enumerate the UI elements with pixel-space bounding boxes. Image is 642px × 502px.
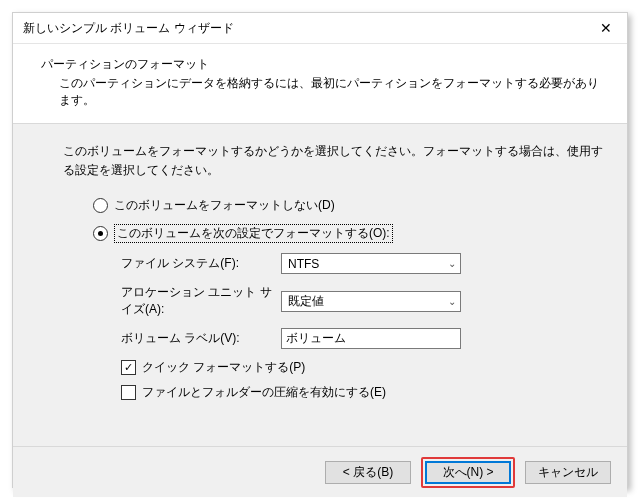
back-button-label: < 戻る(B) xyxy=(343,464,393,481)
filesystem-dropdown[interactable]: NTFS ⌄ xyxy=(281,253,461,274)
option-format-with-settings[interactable]: このボリュームを次の設定でフォーマットする(O): xyxy=(93,224,603,243)
format-settings: ファイル システム(F): NTFS ⌄ アロケーション ユニット サイズ(A)… xyxy=(121,253,603,349)
wizard-window: 新しいシンプル ボリューム ウィザード ✕ パーティションのフォーマット このパ… xyxy=(12,12,628,488)
row-filesystem: ファイル システム(F): NTFS ⌄ xyxy=(121,253,603,274)
next-button[interactable]: 次へ(N) > xyxy=(425,461,511,484)
checkbox-icon xyxy=(121,360,136,375)
back-button[interactable]: < 戻る(B) xyxy=(325,461,411,484)
filesystem-label: ファイル システム(F): xyxy=(121,255,281,272)
chevron-down-icon: ⌄ xyxy=(448,258,456,269)
option-format-with-label: このボリュームを次の設定でフォーマットする(O): xyxy=(114,224,393,243)
allocation-unit-label: アロケーション ユニット サイズ(A): xyxy=(121,284,281,318)
row-allocation-unit: アロケーション ユニット サイズ(A): 既定値 ⌄ xyxy=(121,284,603,318)
option-no-format[interactable]: このボリュームをフォーマットしない(D) xyxy=(93,197,603,214)
allocation-unit-value: 既定値 xyxy=(288,293,324,310)
window-title: 新しいシンプル ボリューム ウィザード xyxy=(23,20,234,37)
checkbox-icon xyxy=(121,385,136,400)
compression-label: ファイルとフォルダーの圧縮を有効にする(E) xyxy=(142,384,386,401)
cancel-button[interactable]: キャンセル xyxy=(525,461,611,484)
volume-label-label: ボリューム ラベル(V): xyxy=(121,330,281,347)
format-options: このボリュームをフォーマットしない(D) このボリュームを次の設定でフォーマット… xyxy=(93,197,603,243)
radio-icon xyxy=(93,198,108,213)
row-volume-label: ボリューム ラベル(V): xyxy=(121,328,603,349)
quick-format-label: クイック フォーマットする(P) xyxy=(142,359,305,376)
titlebar: 新しいシンプル ボリューム ウィザード ✕ xyxy=(13,13,627,44)
wizard-header: パーティションのフォーマット このパーティションにデータを格納するには、最初にパ… xyxy=(13,44,627,117)
page-subheading: このパーティションにデータを格納するには、最初にパーティションをフォーマットする… xyxy=(59,75,609,109)
wizard-body: このボリュームをフォーマットするかどうかを選択してください。フォーマットする場合… xyxy=(13,124,627,446)
checkbox-compression[interactable]: ファイルとフォルダーの圧縮を有効にする(E) xyxy=(121,384,603,401)
allocation-unit-dropdown[interactable]: 既定値 ⌄ xyxy=(281,291,461,312)
instruction-text: このボリュームをフォーマットするかどうかを選択してください。フォーマットする場合… xyxy=(63,142,603,179)
close-icon: ✕ xyxy=(600,20,612,36)
close-button[interactable]: ✕ xyxy=(585,13,627,43)
wizard-footer: < 戻る(B) 次へ(N) > キャンセル xyxy=(13,446,627,497)
cancel-button-label: キャンセル xyxy=(538,464,598,481)
option-no-format-label: このボリュームをフォーマットしない(D) xyxy=(114,197,335,214)
next-button-highlight: 次へ(N) > xyxy=(421,457,515,488)
chevron-down-icon: ⌄ xyxy=(448,296,456,307)
next-button-label: 次へ(N) > xyxy=(443,464,494,481)
page-heading: パーティションのフォーマット xyxy=(41,56,609,73)
format-checkboxes: クイック フォーマットする(P) ファイルとフォルダーの圧縮を有効にする(E) xyxy=(121,359,603,401)
radio-icon xyxy=(93,226,108,241)
filesystem-value: NTFS xyxy=(288,257,319,271)
volume-label-input[interactable] xyxy=(281,328,461,349)
checkbox-quick-format[interactable]: クイック フォーマットする(P) xyxy=(121,359,603,376)
